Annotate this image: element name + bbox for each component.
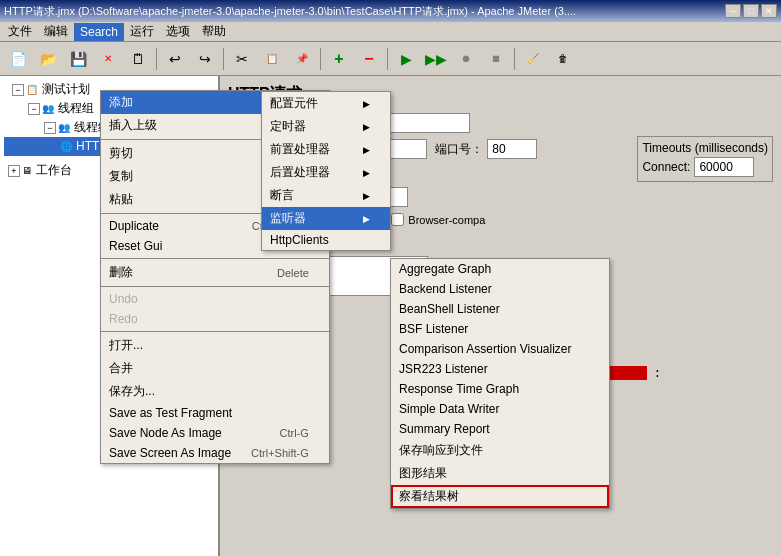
clear-all-button[interactable]: 🗑 (549, 45, 577, 73)
listener-response-time-graph-label: Response Time Graph (399, 382, 519, 396)
add-config-element-label: 配置元件 (270, 95, 318, 112)
add-timer-label: 定时器 (270, 118, 306, 135)
port-label: 端口号： (435, 141, 483, 158)
listener-jsr223-label: JSR223 Listener (399, 362, 488, 376)
separator-2 (223, 48, 224, 70)
menu-search[interactable]: Search (74, 23, 124, 41)
stop-button[interactable]: ⏹ (482, 45, 510, 73)
add-assertion-arrow: ▶ (363, 191, 370, 201)
threadgroup1-label: 线程组 (58, 100, 94, 117)
menu-bar: 文件 编辑 Search 运行 选项 帮助 (0, 22, 781, 42)
copy-button[interactable]: 📋 (258, 45, 286, 73)
save2-button[interactable]: ✕ (94, 45, 122, 73)
add-listener-label: 监听器 (270, 210, 306, 227)
expand-testplan[interactable]: − (12, 84, 24, 96)
add-assertion[interactable]: 断言 ▶ (262, 184, 390, 207)
save-button[interactable]: 💾 (64, 45, 92, 73)
listener-view-results-tree[interactable]: 察看结果树 (391, 485, 609, 508)
browser-compat-label: Browser-compa (408, 214, 485, 226)
disk-button[interactable]: 🗒 (124, 45, 152, 73)
expand-threadgroup1[interactable]: − (28, 103, 40, 115)
listener-graph-result[interactable]: 图形结果 (391, 462, 609, 485)
ctx-paste-label: 粘贴 (109, 191, 133, 208)
menu-help[interactable]: 帮助 (196, 21, 232, 42)
add-post-processor[interactable]: 后置处理器 ▶ (262, 161, 390, 184)
listener-summary-report[interactable]: Summary Report (391, 419, 609, 439)
menu-edit[interactable]: 编辑 (38, 21, 74, 42)
ctx-add-label: 添加 (109, 94, 133, 111)
listener-save-response[interactable]: 保存响应到文件 (391, 439, 609, 462)
ctx-open[interactable]: 打开... (101, 334, 329, 357)
ctx-delete[interactable]: 删除 Delete (101, 261, 329, 284)
listener-simple-data-writer[interactable]: Simple Data Writer (391, 399, 609, 419)
port-input[interactable] (487, 139, 537, 159)
add-post-processor-arrow: ▶ (363, 168, 370, 178)
maximize-button[interactable]: □ (743, 4, 759, 18)
ctx-save-screen-image[interactable]: Save Screen As Image Ctrl+Shift-G (101, 443, 329, 463)
connect-label: Connect: (642, 160, 690, 174)
start-button[interactable]: ▶ (392, 45, 420, 73)
ctx-undo: Undo (101, 289, 329, 309)
add-config-element[interactable]: 配置元件 ▶ (262, 92, 390, 115)
listener-backend-listener-label: Backend Listener (399, 282, 492, 296)
browser-compat-checkbox[interactable] (391, 213, 404, 226)
listener-bsf-listener[interactable]: BSF Listener (391, 319, 609, 339)
ctx-copy-label: 复制 (109, 168, 133, 185)
paste-button[interactable]: 📌 (288, 45, 316, 73)
add-button[interactable]: + (325, 45, 353, 73)
listener-aggregate-graph-label: Aggregate Graph (399, 262, 491, 276)
menu-options[interactable]: 选项 (160, 21, 196, 42)
clear-button[interactable]: 🧹 (519, 45, 547, 73)
add-submenu: 配置元件 ▶ 定时器 ▶ 前置处理器 ▶ 后置处理器 ▶ 断言 ▶ 监听器 ▶ … (261, 91, 391, 251)
add-post-processor-label: 后置处理器 (270, 164, 330, 181)
title-text: HTTP请求.jmx (D:\Software\apache-jmeter-3.… (4, 4, 576, 19)
add-timer[interactable]: 定时器 ▶ (262, 115, 390, 138)
testplan-label: 测试计划 (42, 81, 90, 98)
minimize-button[interactable]: ─ (725, 4, 741, 18)
ctx-save-node-image-label: Save Node As Image (109, 426, 222, 440)
ctx-saveas[interactable]: 保存为... (101, 380, 329, 403)
listener-jsr223[interactable]: JSR223 Listener (391, 359, 609, 379)
listener-backend-listener[interactable]: Backend Listener (391, 279, 609, 299)
listener-response-time-graph[interactable]: Response Time Graph (391, 379, 609, 399)
highlighted-text (610, 366, 646, 380)
listener-aggregate-graph[interactable]: Aggregate Graph (391, 259, 609, 279)
add-listener[interactable]: 监听器 ▶ (262, 207, 390, 230)
separator-1 (156, 48, 157, 70)
remove-button[interactable]: − (355, 45, 383, 73)
expand-threadgroup2[interactable]: − (44, 122, 56, 134)
add-pre-processor[interactable]: 前置处理器 ▶ (262, 138, 390, 161)
menu-file[interactable]: 文件 (2, 21, 38, 42)
threadgroup1-icon: 👥 (42, 103, 54, 114)
add-httpclients[interactable]: HttpClients (262, 230, 390, 250)
listener-graph-result-label: 图形结果 (399, 465, 447, 482)
ctx-save-screen-image-shortcut: Ctrl+Shift-G (251, 447, 309, 459)
add-assertion-label: 断言 (270, 187, 294, 204)
add-timer-arrow: ▶ (363, 122, 370, 132)
ctx-saveas-label: 保存为... (109, 383, 155, 400)
start-scheduler-button[interactable]: ⏺ (452, 45, 480, 73)
start-no-pause-button[interactable]: ▶▶ (422, 45, 450, 73)
ctx-sep-3 (101, 258, 329, 259)
new-button[interactable]: 📄 (4, 45, 32, 73)
ctx-open-label: 打开... (109, 337, 143, 354)
listener-simple-data-writer-label: Simple Data Writer (399, 402, 499, 416)
ctx-save-node-image-shortcut: Ctrl-G (280, 427, 309, 439)
listener-view-results-tree-label: 察看结果树 (399, 488, 459, 505)
connect-input[interactable] (694, 157, 754, 177)
close-button[interactable]: ✕ (761, 4, 777, 18)
cut-button[interactable]: ✂ (228, 45, 256, 73)
listener-comparison-assertion[interactable]: Comparison Assertion Visualizer (391, 339, 609, 359)
open-button[interactable]: 📂 (34, 45, 62, 73)
ctx-save-fragment[interactable]: Save as Test Fragment (101, 403, 329, 423)
redo-button[interactable]: ↪ (191, 45, 219, 73)
ctx-save-node-image[interactable]: Save Node As Image Ctrl-G (101, 423, 329, 443)
menu-run[interactable]: 运行 (124, 21, 160, 42)
undo-button[interactable]: ↩ (161, 45, 189, 73)
listener-beanshell-listener[interactable]: BeanShell Listener (391, 299, 609, 319)
add-pre-processor-arrow: ▶ (363, 145, 370, 155)
separator-3 (320, 48, 321, 70)
expand-workbench[interactable]: + (8, 165, 20, 177)
ctx-merge[interactable]: 合并 (101, 357, 329, 380)
window-controls: ─ □ ✕ (725, 4, 777, 18)
